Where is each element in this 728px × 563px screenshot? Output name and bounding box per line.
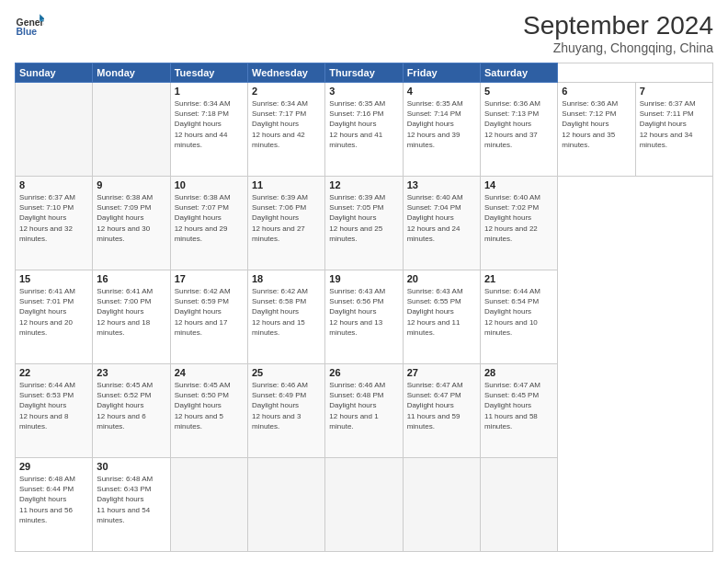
day-number: 18 bbox=[252, 273, 321, 284]
calendar-cell: 3Sunrise: 6:35 AMSunset: 7:16 PMDaylight… bbox=[325, 83, 403, 177]
day-info: Sunrise: 6:45 AMSunset: 6:52 PMDaylight … bbox=[97, 380, 165, 431]
day-info: Sunrise: 6:48 AMSunset: 6:44 PMDaylight … bbox=[19, 474, 88, 525]
day-number: 10 bbox=[175, 179, 244, 190]
logo: General Blue bbox=[15, 11, 44, 40]
calendar-cell: 26Sunrise: 6:46 AMSunset: 6:48 PMDayligh… bbox=[325, 364, 403, 458]
calendar-cell: 7Sunrise: 6:37 AMSunset: 7:11 PMDaylight… bbox=[635, 83, 712, 177]
day-info: Sunrise: 6:46 AMSunset: 6:49 PMDaylight … bbox=[252, 380, 321, 431]
calendar-cell: 22Sunrise: 6:44 AMSunset: 6:53 PMDayligh… bbox=[16, 364, 93, 458]
day-info: Sunrise: 6:42 AMSunset: 6:58 PMDaylight … bbox=[252, 286, 321, 338]
weekday-header: Monday bbox=[93, 63, 170, 83]
weekday-header: Wednesday bbox=[247, 63, 324, 83]
calendar-week-row: 8Sunrise: 6:37 AMSunset: 7:10 PMDaylight… bbox=[16, 177, 713, 270]
calendar-cell: 18Sunrise: 6:42 AMSunset: 6:58 PMDayligh… bbox=[247, 270, 324, 364]
calendar-cell bbox=[247, 458, 324, 552]
day-number: 12 bbox=[329, 179, 398, 190]
day-number: 27 bbox=[407, 367, 476, 378]
day-number: 19 bbox=[329, 273, 398, 284]
calendar-cell: 28Sunrise: 6:47 AMSunset: 6:45 PMDayligh… bbox=[480, 364, 557, 458]
day-info: Sunrise: 6:45 AMSunset: 6:50 PMDaylight … bbox=[175, 380, 244, 431]
day-info: Sunrise: 6:37 AMSunset: 7:10 PMDaylight … bbox=[19, 192, 88, 244]
calendar-cell: 13Sunrise: 6:40 AMSunset: 7:04 PMDayligh… bbox=[403, 177, 480, 270]
header: General Blue September 2024 Zhuyang, Cho… bbox=[15, 11, 713, 55]
day-info: Sunrise: 6:35 AMSunset: 7:16 PMDaylight … bbox=[329, 98, 398, 150]
calendar-week-row: 1Sunrise: 6:34 AMSunset: 7:18 PMDaylight… bbox=[16, 83, 713, 177]
day-info: Sunrise: 6:44 AMSunset: 6:54 PMDaylight … bbox=[484, 286, 553, 338]
day-number: 22 bbox=[19, 367, 88, 378]
day-number: 20 bbox=[407, 273, 476, 284]
calendar-cell: 29Sunrise: 6:48 AMSunset: 6:44 PMDayligh… bbox=[16, 458, 93, 552]
day-number: 28 bbox=[484, 367, 553, 378]
calendar-cell: 17Sunrise: 6:42 AMSunset: 6:59 PMDayligh… bbox=[170, 270, 247, 364]
day-number: 2 bbox=[252, 86, 321, 97]
calendar-cell bbox=[170, 458, 247, 552]
svg-text:Blue: Blue bbox=[17, 27, 38, 37]
day-info: Sunrise: 6:39 AMSunset: 7:06 PMDaylight … bbox=[252, 192, 321, 244]
day-number: 1 bbox=[175, 86, 244, 97]
day-info: Sunrise: 6:46 AMSunset: 6:48 PMDaylight … bbox=[329, 380, 398, 431]
day-info: Sunrise: 6:42 AMSunset: 6:59 PMDaylight … bbox=[175, 286, 244, 338]
day-info: Sunrise: 6:40 AMSunset: 7:02 PMDaylight … bbox=[484, 192, 553, 244]
day-number: 3 bbox=[329, 86, 398, 97]
calendar-cell: 12Sunrise: 6:39 AMSunset: 7:05 PMDayligh… bbox=[325, 177, 403, 270]
day-number: 25 bbox=[252, 367, 321, 378]
day-number: 5 bbox=[484, 86, 553, 97]
day-number: 16 bbox=[97, 273, 165, 284]
day-info: Sunrise: 6:38 AMSunset: 7:07 PMDaylight … bbox=[175, 192, 244, 244]
day-info: Sunrise: 6:44 AMSunset: 6:53 PMDaylight … bbox=[19, 380, 88, 431]
day-number: 8 bbox=[19, 179, 88, 190]
day-info: Sunrise: 6:43 AMSunset: 6:56 PMDaylight … bbox=[329, 286, 398, 338]
day-info: Sunrise: 6:37 AMSunset: 7:11 PMDaylight … bbox=[640, 98, 709, 150]
calendar-table: SundayMondayTuesdayWednesdayThursdayFrid… bbox=[15, 63, 713, 552]
calendar-cell bbox=[325, 458, 403, 552]
day-number: 7 bbox=[640, 86, 709, 97]
day-number: 11 bbox=[252, 179, 321, 190]
day-number: 26 bbox=[329, 367, 398, 378]
calendar-cell: 5Sunrise: 6:36 AMSunset: 7:13 PMDaylight… bbox=[480, 83, 557, 177]
calendar-cell bbox=[16, 83, 93, 177]
day-info: Sunrise: 6:47 AMSunset: 6:45 PMDaylight … bbox=[484, 380, 553, 431]
calendar-cell: 30Sunrise: 6:48 AMSunset: 6:43 PMDayligh… bbox=[93, 458, 170, 552]
calendar-cell: 6Sunrise: 6:36 AMSunset: 7:12 PMDaylight… bbox=[558, 83, 635, 177]
day-number: 14 bbox=[484, 179, 553, 190]
location: Zhuyang, Chongqing, China bbox=[523, 40, 713, 55]
calendar-week-row: 29Sunrise: 6:48 AMSunset: 6:44 PMDayligh… bbox=[16, 458, 713, 552]
calendar-week-row: 22Sunrise: 6:44 AMSunset: 6:53 PMDayligh… bbox=[16, 364, 713, 458]
calendar-cell bbox=[93, 83, 170, 177]
logo-icon: General Blue bbox=[15, 11, 44, 40]
day-info: Sunrise: 6:48 AMSunset: 6:43 PMDaylight … bbox=[97, 474, 165, 525]
weekday-header: Friday bbox=[403, 63, 480, 83]
day-info: Sunrise: 6:38 AMSunset: 7:09 PMDaylight … bbox=[97, 192, 165, 244]
day-number: 9 bbox=[97, 179, 165, 190]
day-number: 29 bbox=[19, 461, 88, 472]
weekday-header: Tuesday bbox=[170, 63, 247, 83]
calendar-cell: 24Sunrise: 6:45 AMSunset: 6:50 PMDayligh… bbox=[170, 364, 247, 458]
month-title: September 2024 bbox=[523, 11, 713, 40]
calendar-page: General Blue September 2024 Zhuyang, Cho… bbox=[0, 0, 728, 563]
day-number: 4 bbox=[407, 86, 476, 97]
day-info: Sunrise: 6:34 AMSunset: 7:17 PMDaylight … bbox=[252, 98, 321, 150]
day-number: 6 bbox=[562, 86, 631, 97]
calendar-cell: 19Sunrise: 6:43 AMSunset: 6:56 PMDayligh… bbox=[325, 270, 403, 364]
day-info: Sunrise: 6:36 AMSunset: 7:13 PMDaylight … bbox=[484, 98, 553, 150]
weekday-header: Thursday bbox=[325, 63, 403, 83]
calendar-cell: 10Sunrise: 6:38 AMSunset: 7:07 PMDayligh… bbox=[170, 177, 247, 270]
calendar-cell: 4Sunrise: 6:35 AMSunset: 7:14 PMDaylight… bbox=[403, 83, 480, 177]
calendar-cell: 8Sunrise: 6:37 AMSunset: 7:10 PMDaylight… bbox=[16, 177, 93, 270]
day-info: Sunrise: 6:41 AMSunset: 7:00 PMDaylight … bbox=[97, 286, 165, 338]
day-number: 24 bbox=[175, 367, 244, 378]
weekday-header: Saturday bbox=[480, 63, 557, 83]
calendar-cell: 9Sunrise: 6:38 AMSunset: 7:09 PMDaylight… bbox=[93, 177, 170, 270]
day-info: Sunrise: 6:47 AMSunset: 6:47 PMDaylight … bbox=[407, 380, 476, 431]
calendar-cell bbox=[480, 458, 557, 552]
calendar-week-row: 15Sunrise: 6:41 AMSunset: 7:01 PMDayligh… bbox=[16, 270, 713, 364]
day-info: Sunrise: 6:39 AMSunset: 7:05 PMDaylight … bbox=[329, 192, 398, 244]
calendar-cell: 20Sunrise: 6:43 AMSunset: 6:55 PMDayligh… bbox=[403, 270, 480, 364]
weekday-header: Sunday bbox=[16, 63, 93, 83]
calendar-cell: 16Sunrise: 6:41 AMSunset: 7:00 PMDayligh… bbox=[93, 270, 170, 364]
calendar-cell: 23Sunrise: 6:45 AMSunset: 6:52 PMDayligh… bbox=[93, 364, 170, 458]
day-info: Sunrise: 6:36 AMSunset: 7:12 PMDaylight … bbox=[562, 98, 631, 150]
calendar-cell: 14Sunrise: 6:40 AMSunset: 7:02 PMDayligh… bbox=[480, 177, 557, 270]
day-info: Sunrise: 6:34 AMSunset: 7:18 PMDaylight … bbox=[175, 98, 244, 150]
calendar-cell: 11Sunrise: 6:39 AMSunset: 7:06 PMDayligh… bbox=[247, 177, 324, 270]
